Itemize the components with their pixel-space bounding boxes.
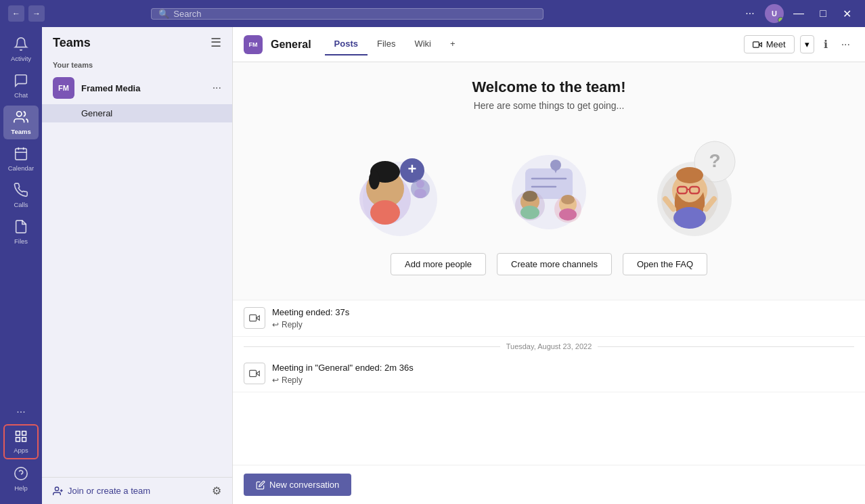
tab-posts[interactable]: Posts bbox=[325, 33, 368, 55]
sidebar-item-chat[interactable]: Chat bbox=[3, 69, 39, 103]
open-faq-button[interactable]: Open the FAQ bbox=[623, 253, 707, 275]
svg-rect-15 bbox=[753, 41, 759, 47]
channel-tabs: Posts Files Wiki + bbox=[325, 33, 465, 55]
message-content: Meeting ended: 37s ↩ Reply bbox=[272, 307, 854, 329]
welcome-section: Welcome to the team! Here are some thing… bbox=[233, 62, 865, 300]
forward-button[interactable]: → bbox=[28, 5, 45, 22]
message-text: Meeting ended: 37s bbox=[272, 307, 854, 317]
calls-icon bbox=[14, 183, 28, 200]
teams-panel-header: Teams ☰ bbox=[42, 27, 232, 58]
more-icon: ··· bbox=[16, 407, 25, 417]
nav-buttons: ← → bbox=[8, 5, 45, 22]
sidebar-item-calls[interactable]: Calls bbox=[3, 179, 39, 212]
sidebar-item-files[interactable]: Files bbox=[3, 215, 39, 249]
channel-avatar: FM bbox=[244, 35, 263, 54]
calendar-icon bbox=[14, 146, 28, 163]
table-row: Meeting in "General" ended: 2m 36s ↩ Rep… bbox=[233, 356, 865, 392]
teams-panel: Teams ☰ Your teams FM Framed Media ··· G… bbox=[42, 27, 233, 504]
tab-wiki[interactable]: Wiki bbox=[405, 33, 441, 55]
message-text-2: Meeting in "General" ended: 2m 36s bbox=[272, 363, 854, 373]
compose-icon bbox=[256, 480, 265, 490]
create-more-channels-button[interactable]: Create more channels bbox=[497, 253, 612, 275]
tab-add[interactable]: + bbox=[441, 33, 465, 55]
welcome-actions: Add more people Create more channels Ope… bbox=[233, 253, 865, 275]
tab-files[interactable]: Files bbox=[368, 33, 405, 55]
main-layout: Activity Chat Teams Calendar Calls bbox=[0, 27, 865, 504]
svg-text:+: + bbox=[408, 160, 417, 177]
sidebar-item-apps[interactable]: Apps bbox=[3, 424, 39, 459]
reply-button-0[interactable]: ↩ Reply bbox=[272, 320, 303, 329]
channel-item-general[interactable]: General bbox=[42, 104, 232, 122]
svg-rect-5 bbox=[16, 432, 20, 436]
info-button[interactable]: ℹ bbox=[820, 35, 832, 53]
message-video-icon bbox=[244, 307, 265, 329]
table-row: Meeting ended: 37s ↩ Reply bbox=[233, 300, 865, 337]
new-conversation-bar: New conversation bbox=[233, 465, 865, 504]
back-button[interactable]: ← bbox=[8, 5, 24, 22]
sidebar-item-label: Help bbox=[14, 484, 28, 492]
svg-text:?: ? bbox=[709, 150, 720, 171]
channel-name: General bbox=[271, 39, 311, 51]
svg-point-33 bbox=[523, 191, 537, 202]
svg-point-50 bbox=[673, 207, 706, 229]
sidebar-item-teams[interactable]: Teams bbox=[3, 106, 39, 139]
sidebar-item-label: Activity bbox=[11, 55, 31, 62]
svg-point-37 bbox=[561, 195, 575, 204]
welcome-illustrations: + bbox=[233, 124, 865, 239]
illustration-channels bbox=[488, 124, 610, 239]
sidebar-item-help[interactable]: Help bbox=[3, 462, 39, 496]
settings-button[interactable]: ⚙ bbox=[212, 484, 221, 497]
svg-point-25 bbox=[416, 180, 424, 188]
sidebar: Activity Chat Teams Calendar Calls bbox=[0, 27, 42, 504]
meet-button[interactable]: Meet bbox=[744, 35, 795, 53]
search-input[interactable] bbox=[173, 9, 536, 19]
sidebar-item-more[interactable]: ··· bbox=[3, 403, 39, 421]
team-more-button[interactable]: ··· bbox=[213, 82, 221, 94]
sidebar-item-label: Chat bbox=[14, 91, 28, 99]
new-conversation-button[interactable]: New conversation bbox=[244, 474, 351, 496]
svg-rect-6 bbox=[22, 432, 26, 436]
sidebar-item-activity[interactable]: Activity bbox=[3, 32, 39, 66]
main-content: FM General Posts Files Wiki + Meet ▾ ℹ ·… bbox=[233, 27, 865, 504]
messages-section: Meeting ended: 37s ↩ Reply Tuesday, Augu… bbox=[233, 300, 865, 465]
channel-header-right: Meet ▾ ℹ ··· bbox=[744, 35, 854, 53]
sidebar-item-label: Files bbox=[14, 237, 28, 245]
meet-chevron-button[interactable]: ▾ bbox=[800, 35, 814, 53]
maximize-button[interactable]: □ bbox=[814, 4, 833, 23]
welcome-subtitle: Here are some things to get going... bbox=[233, 100, 865, 111]
join-create-label: Join or create a team bbox=[68, 486, 150, 496]
minimize-button[interactable]: — bbox=[789, 4, 808, 23]
svg-rect-56 bbox=[250, 370, 257, 376]
sidebar-item-label: Apps bbox=[14, 446, 28, 454]
svg-rect-54 bbox=[250, 315, 257, 321]
titlebar: ← → 🔍 ··· U — □ ✕ bbox=[0, 0, 865, 27]
teams-icon bbox=[14, 110, 28, 127]
reply-button-1[interactable]: ↩ Reply bbox=[272, 375, 303, 385]
reply-label: Reply bbox=[282, 320, 303, 329]
activity-icon bbox=[14, 37, 28, 53]
sidebar-item-label: Calls bbox=[14, 201, 28, 208]
reply-icon: ↩ bbox=[272, 320, 279, 329]
teams-panel-more[interactable]: ☰ bbox=[210, 35, 221, 50]
svg-point-20 bbox=[369, 170, 380, 189]
channel-more-button[interactable]: ··· bbox=[837, 36, 854, 53]
join-create-button[interactable]: Join or create a team bbox=[53, 486, 150, 497]
svg-point-21 bbox=[370, 200, 400, 225]
illustration-faq: ? bbox=[637, 124, 759, 239]
teams-panel-footer: Join or create a team ⚙ bbox=[42, 477, 232, 504]
close-button[interactable]: ✕ bbox=[838, 4, 857, 23]
chevron-down-icon: ▾ bbox=[805, 39, 809, 49]
new-conversation-label: New conversation bbox=[269, 480, 339, 490]
sidebar-item-label: Calendar bbox=[8, 164, 35, 172]
sidebar-item-calendar[interactable]: Calendar bbox=[3, 142, 39, 176]
svg-rect-1 bbox=[16, 149, 27, 160]
chat-icon bbox=[14, 73, 28, 90]
more-options-button[interactable]: ··· bbox=[740, 4, 759, 23]
team-item-framed-media[interactable]: FM Framed Media ··· bbox=[42, 72, 232, 104]
apps-icon bbox=[14, 430, 28, 445]
search-bar[interactable]: 🔍 bbox=[151, 8, 544, 20]
add-more-people-button[interactable]: Add more people bbox=[391, 253, 486, 275]
svg-point-38 bbox=[559, 208, 577, 221]
camera-icon bbox=[753, 40, 762, 49]
avatar[interactable]: U bbox=[765, 4, 784, 23]
